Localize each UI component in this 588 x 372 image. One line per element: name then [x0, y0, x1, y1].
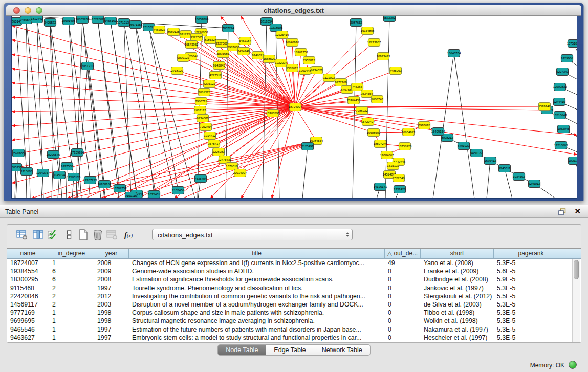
graph-edge[interactable] — [82, 19, 101, 198]
table-cell: 1 — [49, 309, 94, 317]
graph-node-label: 5462187 — [239, 39, 251, 42]
table-cell: 19384554 — [7, 267, 49, 275]
graph-node-label: 20364456 — [347, 99, 361, 102]
graph-node-label: 6734023 — [311, 69, 323, 72]
graph-edge[interactable] — [12, 107, 295, 140]
graph-edge[interactable] — [15, 167, 16, 198]
graph-edge[interactable] — [295, 107, 547, 110]
show-column-icon[interactable] — [32, 229, 45, 241]
graph-edge[interactable] — [295, 106, 545, 107]
table-cell: Nakamura et al. (1997) — [421, 325, 494, 334]
column-header-title[interactable]: title — [129, 249, 385, 258]
table-cell: Tourette syndrome. Phenomenology and cla… — [129, 284, 385, 292]
column-header-outde[interactable]: △ out_de... — [385, 249, 421, 258]
graph-edge[interactable] — [124, 23, 157, 198]
graph-edge[interactable] — [182, 141, 316, 198]
graph-edge[interactable] — [124, 23, 131, 196]
table-row[interactable]: 946554611997Estimation of the future num… — [7, 325, 581, 334]
table-cell: 22420046 — [7, 292, 49, 300]
graph-edge[interactable] — [16, 153, 18, 198]
graph-node-label: 13218506 — [269, 26, 283, 29]
graph-node-label: 16640910 — [286, 41, 299, 44]
graph-node-label: 9245012 — [528, 182, 540, 185]
graph-node-label: 16671358 — [129, 23, 143, 26]
graph-edge[interactable] — [98, 19, 119, 198]
graph-node-label: 9777169 — [335, 81, 347, 84]
column-header-name[interactable]: name — [7, 249, 49, 258]
graph-node-label: 10756928 — [398, 145, 412, 148]
table-row[interactable]: 2242004622012Investigating the contribut… — [7, 292, 581, 300]
table-cell: 18724007 — [7, 259, 49, 267]
graph-edge[interactable] — [295, 78, 329, 107]
graph-edge[interactable] — [302, 146, 308, 198]
table-scrollbar-thumb[interactable] — [574, 260, 579, 279]
table-cell: 0 — [385, 334, 421, 342]
window-titlebar[interactable]: citations_edges.txt — [6, 5, 581, 16]
table-row[interactable]: 946362711997Embryonic stem cells: a mode… — [7, 334, 581, 342]
table-scrollbar[interactable] — [572, 259, 580, 342]
delete-table-icon[interactable] — [91, 229, 104, 241]
graph-node-label: 1062945 — [557, 127, 570, 130]
graph-edge[interactable] — [12, 107, 295, 112]
tab-node-table[interactable]: Node Table — [217, 344, 266, 356]
column-header-year[interactable]: year — [94, 249, 129, 258]
table-cell: 1 — [49, 334, 94, 342]
graph-node-label: 3624554 — [361, 92, 373, 95]
graph-edge[interactable] — [263, 21, 267, 198]
graph-edge[interactable] — [98, 19, 120, 188]
tab-network-table[interactable]: Network Table — [314, 344, 371, 356]
graph-edge[interactable] — [12, 107, 295, 155]
table-cell: 5.3E-5 — [494, 334, 568, 342]
column-header-indegree[interactable]: in_degree — [49, 249, 94, 258]
graph-node-label: 9327505 — [190, 36, 203, 39]
graph-edge[interactable] — [433, 53, 454, 198]
table-cell: 2008 — [94, 275, 129, 283]
graph-edge[interactable] — [295, 107, 408, 132]
close-panel-icon[interactable]: ✕ — [574, 207, 581, 215]
new-table-icon[interactable] — [77, 229, 90, 241]
graph-edge[interactable] — [241, 107, 295, 198]
table-row[interactable]: 1938455462009Genome-wide association stu… — [7, 267, 581, 275]
graph-node-label: 4275122 — [203, 82, 215, 85]
graph-node-label: 1145194 — [54, 173, 66, 177]
column-header-pagerank[interactable]: pagerank — [494, 249, 568, 258]
graph-node-label: 1035146 — [568, 159, 577, 162]
function-builder-icon[interactable]: f(x) — [122, 229, 135, 241]
table-row[interactable]: 969969511998Structural magnetic resonanc… — [7, 317, 581, 325]
graph-node-label: 12213967 — [367, 41, 381, 44]
graph-node-label: 12942757 — [36, 171, 50, 174]
table-row[interactable]: 1872400712008Changes of HCN gene express… — [7, 259, 581, 267]
table-row[interactable]: 911546021997Tourette syndrome. Phenomeno… — [7, 284, 581, 292]
column-list-icon[interactable] — [62, 229, 76, 241]
graph-edge[interactable] — [12, 97, 295, 107]
graph-edge[interactable] — [505, 168, 512, 198]
memory-ok-indicator-icon[interactable] — [569, 361, 577, 369]
graph-node-label: 3578417 — [208, 142, 220, 145]
table-row[interactable]: 1456911722003Disruption of a novel membe… — [7, 300, 581, 309]
table-row[interactable]: 977716911998Corpus callosum shape and si… — [7, 309, 581, 317]
graph-edge[interactable] — [487, 161, 490, 198]
graph-edge[interactable] — [454, 53, 474, 198]
tab-edge-table[interactable]: Edge Table — [266, 344, 314, 356]
table-cell: 5.6E-5 — [494, 267, 568, 275]
table-panel-header: Table Panel ✕ — [0, 205, 588, 218]
graph-node-label: 1121022 — [323, 76, 336, 79]
column-header-short[interactable]: short — [421, 249, 494, 258]
graph-node-label: 8938695 — [418, 124, 430, 127]
graph-edge[interactable] — [136, 25, 176, 198]
graph-node-label: 17957223 — [83, 179, 97, 182]
graph-node-label: 2226083 — [212, 150, 225, 154]
table-cell: 0 — [385, 267, 421, 275]
network-canvas[interactable]: 1860144946054118127402405572206914061065… — [11, 16, 577, 199]
table-row[interactable]: 1830029562008Estimation of significance … — [7, 275, 581, 283]
float-window-icon[interactable] — [558, 208, 567, 215]
table-cell: Stergiakouli et al. (2012) — [421, 292, 494, 300]
select-all-columns-icon[interactable] — [46, 229, 59, 241]
table-cell: 9699695 — [7, 317, 49, 325]
table-settings-icon[interactable] — [15, 229, 29, 241]
graph-edge[interactable] — [116, 113, 273, 198]
network-graph: 1860144946054118127402405572206914061065… — [12, 16, 577, 198]
graph-edge[interactable] — [295, 107, 316, 141]
table-cell: Wolkin et al. (1998) — [421, 317, 494, 325]
table-selector-combobox[interactable]: citations_edges.txt — [152, 229, 353, 240]
